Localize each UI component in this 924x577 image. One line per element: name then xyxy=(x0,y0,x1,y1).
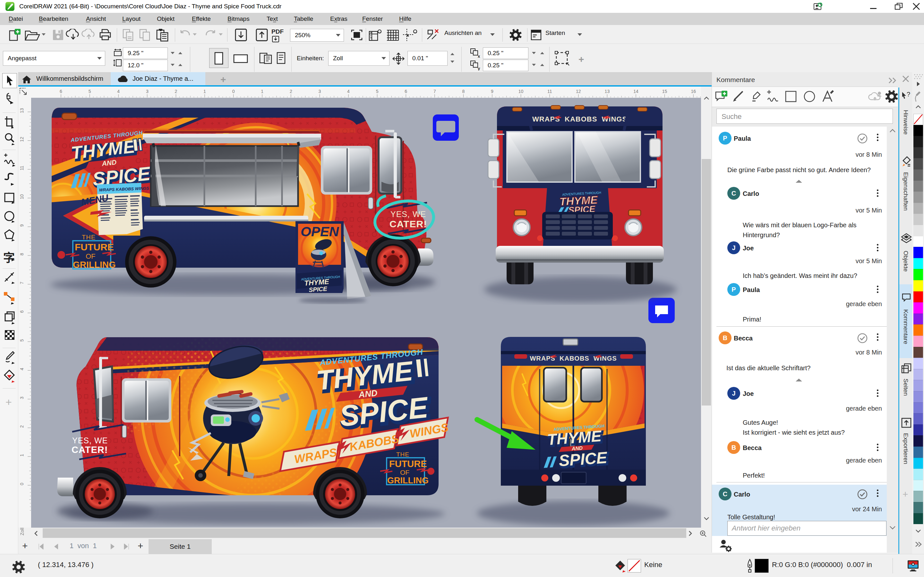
svg-text:6: 6 xyxy=(19,310,24,313)
svg-text:CATER!: CATER! xyxy=(389,219,427,229)
svg-text:2: 2 xyxy=(290,89,292,94)
svg-text:4: 4 xyxy=(347,89,350,94)
svg-text:y: y xyxy=(478,66,480,71)
svg-text:5: 5 xyxy=(376,89,379,94)
svg-text:0: 0 xyxy=(19,483,24,485)
svg-text:1: 1 xyxy=(19,454,24,456)
svg-text:THE: THE xyxy=(396,451,409,458)
svg-text:1: 1 xyxy=(204,89,206,94)
svg-text:6: 6 xyxy=(405,89,407,94)
svg-text:7: 7 xyxy=(433,89,436,94)
svg-text:SPICE: SPICE xyxy=(309,285,328,293)
svg-text:AND: AND xyxy=(102,158,117,167)
svg-text:FUTURE: FUTURE xyxy=(75,242,114,252)
svg-text:OF: OF xyxy=(400,469,409,476)
svg-text:8: 8 xyxy=(19,253,24,255)
svg-text:OF: OF xyxy=(86,252,95,260)
svg-text:WRAPS KABOBS WINGS: WRAPS KABOBS WINGS xyxy=(530,355,617,362)
svg-text:3: 3 xyxy=(318,89,321,94)
svg-text:OPEN: OPEN xyxy=(300,224,339,239)
svg-text:THE: THE xyxy=(82,234,95,241)
svg-text:12: 12 xyxy=(19,137,24,142)
svg-text:4: 4 xyxy=(19,367,24,370)
svg-text:SPICE: SPICE xyxy=(558,448,608,470)
svg-text:6: 6 xyxy=(60,89,62,94)
svg-text:CATER!: CATER! xyxy=(71,445,108,455)
svg-text:10: 10 xyxy=(519,89,523,94)
svg-text:8: 8 xyxy=(462,89,465,94)
svg-text:16: 16 xyxy=(691,89,696,94)
svg-text:13: 13 xyxy=(19,108,24,113)
svg-text:9: 9 xyxy=(491,89,493,94)
svg-text:4: 4 xyxy=(117,89,120,94)
svg-text:3: 3 xyxy=(146,89,149,94)
svg-text:10: 10 xyxy=(19,194,24,199)
svg-text:12: 12 xyxy=(576,89,581,94)
svg-text:11: 11 xyxy=(19,166,24,171)
svg-text:9: 9 xyxy=(19,224,24,227)
svg-text:15: 15 xyxy=(662,89,667,94)
svg-text:3: 3 xyxy=(19,396,24,399)
svg-text:0: 0 xyxy=(232,89,235,94)
svg-text:7: 7 xyxy=(19,282,24,284)
svg-text:5: 5 xyxy=(89,89,91,94)
svg-text:2: 2 xyxy=(175,89,178,94)
svg-text:WRAPS KABOBS WINGS: WRAPS KABOBS WINGS xyxy=(532,115,627,123)
svg-text:2: 2 xyxy=(19,425,24,428)
svg-text:GRILLING: GRILLING xyxy=(73,259,116,269)
svg-text:x: x xyxy=(478,54,480,58)
svg-text:FUTURE: FUTURE xyxy=(389,459,427,469)
svg-text:11: 11 xyxy=(548,89,552,94)
svg-text:YES, WE: YES, WE xyxy=(72,436,108,445)
svg-text:5: 5 xyxy=(19,339,24,342)
svg-text:1: 1 xyxy=(261,89,263,94)
svg-text:14: 14 xyxy=(633,89,638,94)
svg-text:GRILLING: GRILLING xyxy=(387,476,429,485)
svg-text:13: 13 xyxy=(605,89,610,94)
svg-text:?: ? xyxy=(907,91,910,98)
svg-text:YES, WE: YES, WE xyxy=(391,210,426,219)
